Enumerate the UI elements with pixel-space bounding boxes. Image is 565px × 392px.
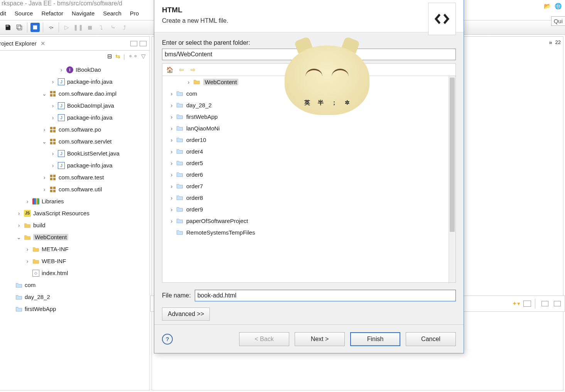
close-icon[interactable]: ✕ bbox=[40, 40, 46, 47]
tree-item[interactable]: ›IIBookDao bbox=[0, 64, 150, 76]
link-editor-icon[interactable]: ⇆ bbox=[115, 53, 120, 60]
tree-item[interactable]: ›JBookListServlet.java bbox=[0, 147, 150, 159]
twisty-icon[interactable]: › bbox=[49, 150, 57, 157]
view-menu-icon[interactable]: ⚬⚬ bbox=[128, 53, 138, 60]
folder-tree-item[interactable]: ›paperOfSoftwareProject bbox=[162, 215, 455, 226]
folder-tree-item[interactable]: ›order8 bbox=[162, 192, 455, 203]
tree-item[interactable]: ›com.software.util bbox=[0, 183, 150, 195]
twisty-icon[interactable]: ⌄ bbox=[40, 139, 49, 145]
tree-item[interactable]: day_28_2 bbox=[0, 291, 150, 303]
twisty-icon[interactable]: › bbox=[168, 148, 175, 155]
twisty-icon[interactable]: › bbox=[15, 222, 23, 228]
perspective-javaee-icon[interactable]: 🌐 bbox=[553, 2, 563, 11]
twisty-icon[interactable]: › bbox=[49, 103, 57, 109]
next-button[interactable]: Next > bbox=[295, 332, 345, 346]
max2-icon[interactable] bbox=[554, 301, 561, 306]
folder-tree-item[interactable]: ›order5 bbox=[162, 157, 455, 169]
scrollbar-thumb[interactable] bbox=[450, 78, 455, 232]
twisty-icon[interactable]: › bbox=[15, 210, 23, 216]
save-icon[interactable] bbox=[3, 23, 12, 32]
tree-item[interactable]: ⌄WebContent bbox=[0, 231, 150, 243]
menu-pro[interactable]: Pro bbox=[130, 10, 139, 17]
twisty-icon[interactable]: › bbox=[168, 171, 175, 178]
twisty-icon[interactable]: › bbox=[168, 218, 175, 224]
tree-item[interactable]: ›JBookDaoImpl.java bbox=[0, 100, 150, 112]
twisty-icon[interactable]: › bbox=[40, 127, 49, 133]
twisty-icon[interactable]: ⌄ bbox=[40, 91, 49, 97]
save-all-icon[interactable] bbox=[15, 23, 24, 32]
home-icon[interactable]: 🏠 bbox=[165, 66, 174, 74]
twisty-icon[interactable]: › bbox=[49, 162, 57, 169]
tree-item[interactable]: ›build bbox=[0, 219, 150, 231]
maximize-icon[interactable] bbox=[140, 41, 147, 46]
folder-tree-item[interactable]: ›order7 bbox=[162, 180, 455, 192]
twisty-icon[interactable]: › bbox=[168, 137, 175, 143]
twisty-icon[interactable]: › bbox=[23, 258, 32, 264]
back-arrow-icon[interactable]: ⇦ bbox=[177, 66, 186, 74]
twisty-icon[interactable]: › bbox=[168, 183, 175, 189]
dropdown-icon[interactable]: ▽ bbox=[141, 53, 146, 60]
twisty-icon[interactable]: › bbox=[168, 160, 175, 166]
folder-tree-item[interactable]: RemoteSystemsTempFiles bbox=[162, 226, 455, 238]
twisty-icon[interactable]: › bbox=[168, 102, 175, 108]
twisty-icon[interactable]: › bbox=[49, 79, 57, 85]
menu-navigate[interactable]: Navigate bbox=[72, 10, 94, 17]
project-explorer-tab[interactable]: roject Explorer ✕ bbox=[0, 37, 150, 51]
parent-folder-input[interactable] bbox=[162, 49, 456, 60]
twisty-icon[interactable]: › bbox=[185, 79, 192, 85]
tree-item[interactable]: firstWebApp bbox=[0, 303, 150, 315]
cancel-button[interactable]: Cancel bbox=[406, 332, 456, 346]
menu-search[interactable]: Search bbox=[103, 10, 121, 17]
perspective-icons[interactable]: 📂 🌐 bbox=[543, 2, 563, 11]
scrollbar[interactable] bbox=[449, 76, 455, 282]
toggle-icon[interactable] bbox=[30, 23, 40, 32]
twisty-icon[interactable]: › bbox=[23, 246, 32, 252]
folder-tree-item[interactable]: ›day_28_2 bbox=[162, 99, 455, 111]
folder-tree-item[interactable]: ›lanQiaoMoNi bbox=[162, 122, 455, 134]
advanced-button[interactable]: Advanced >> bbox=[162, 308, 210, 321]
forward-arrow-icon[interactable]: ⇨ bbox=[189, 66, 197, 74]
folder-tree-item[interactable]: ›WebContent bbox=[162, 76, 455, 88]
folder-tree-item[interactable]: ›firstWebApp bbox=[162, 111, 455, 122]
twisty-icon[interactable]: › bbox=[57, 67, 66, 73]
twisty-icon[interactable]: ⌄ bbox=[15, 234, 23, 240]
minimize-icon[interactable] bbox=[130, 41, 137, 46]
help-icon[interactable]: ? bbox=[162, 334, 173, 345]
skip-icon[interactable]: ⤼ bbox=[46, 23, 56, 32]
twisty-icon[interactable]: › bbox=[168, 125, 175, 132]
twisty-icon[interactable]: › bbox=[40, 174, 49, 181]
tree-item[interactable]: ›JSJavaScript Resources bbox=[0, 207, 150, 219]
explorer-tree[interactable]: ›IIBookDao›Jpackage-info.java⌄com.softwa… bbox=[0, 62, 150, 390]
folder-tree-item[interactable]: ›order9 bbox=[162, 203, 455, 215]
twisty-icon[interactable]: › bbox=[40, 186, 49, 193]
tree-item[interactable]: ›WEB-INF bbox=[0, 255, 150, 267]
tree-item[interactable]: ›Jpackage-info.java bbox=[0, 159, 150, 171]
window-icon[interactable] bbox=[523, 301, 531, 307]
tree-item[interactable]: ›META-INF bbox=[0, 243, 150, 255]
twisty-icon[interactable]: › bbox=[168, 194, 175, 201]
menu-source[interactable]: Source bbox=[15, 10, 33, 17]
perspective-open-icon[interactable]: 📂 bbox=[543, 2, 552, 11]
menu-refactor[interactable]: Refactor bbox=[41, 10, 63, 17]
twisty-icon[interactable]: › bbox=[168, 206, 175, 213]
tree-item[interactable]: com bbox=[0, 279, 150, 291]
menu-dit[interactable]: dit bbox=[0, 10, 6, 17]
min2-icon[interactable] bbox=[541, 301, 548, 306]
filename-input[interactable] bbox=[195, 290, 456, 301]
folder-tree-item[interactable]: ›order4 bbox=[162, 145, 455, 157]
folder-tree-item[interactable]: ›order10 bbox=[162, 134, 455, 145]
twisty-icon[interactable]: › bbox=[168, 90, 175, 97]
twisty-icon[interactable]: › bbox=[23, 198, 32, 204]
new-icon[interactable]: ✦▾ bbox=[512, 300, 520, 307]
twisty-icon[interactable]: › bbox=[49, 115, 57, 121]
folder-tree-item[interactable]: ›order6 bbox=[162, 169, 455, 180]
tree-item[interactable]: ◇index.html bbox=[0, 267, 150, 279]
quick-access[interactable]: Qui bbox=[551, 16, 565, 26]
tree-item[interactable]: ⌄com.software.dao.impl bbox=[0, 88, 150, 100]
tree-item[interactable]: ›com.software.po bbox=[0, 123, 150, 135]
twisty-icon[interactable]: › bbox=[168, 113, 175, 120]
tree-item[interactable]: ›com.software.test bbox=[0, 171, 150, 183]
folder-tree-item[interactable]: ›com bbox=[162, 88, 455, 99]
tree-item[interactable]: ›Jpackage-info.java bbox=[0, 112, 150, 123]
folder-tree[interactable]: ›WebContent›com›day_28_2›firstWebApp›lan… bbox=[162, 76, 456, 283]
